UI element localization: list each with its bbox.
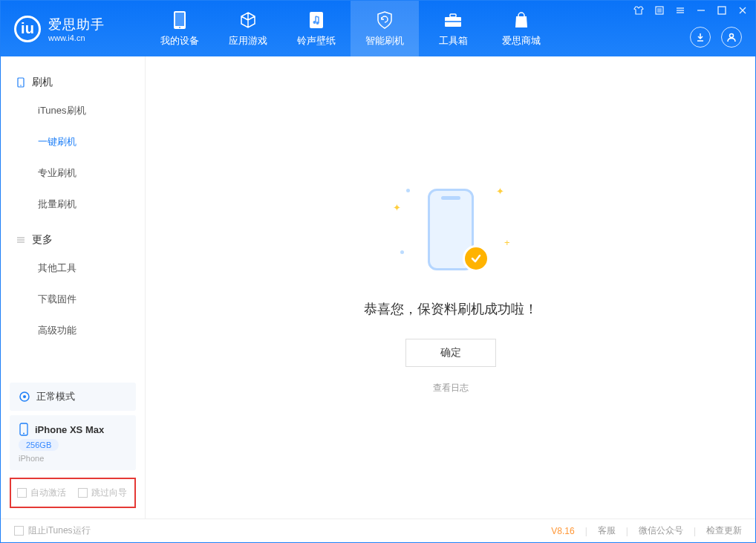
checkbox-icon	[78, 488, 88, 498]
sidebar: 刷机 iTunes刷机 一键刷机 专业刷机 批量刷机 更多 其他工具 下载固件 …	[1, 56, 146, 518]
app-name: 爱思助手	[48, 16, 105, 33]
menu-icon[interactable]	[674, 4, 687, 17]
separator: |	[626, 526, 628, 536]
download-icon[interactable]	[690, 27, 711, 48]
auto-activate-label: 自动激活	[30, 487, 66, 499]
sidebar-item-advanced[interactable]: 高级功能	[1, 315, 145, 346]
mode-box[interactable]: 正常模式	[10, 383, 136, 411]
app-header: iu 爱思助手 www.i4.cn 我的设备 应用游戏 铃声壁纸 智能刷机 工具…	[1, 1, 755, 56]
support-link[interactable]: 客服	[598, 524, 616, 537]
sidebar-group-flash: 刷机	[1, 70, 145, 95]
nav-ringtone-wallpaper[interactable]: 铃声壁纸	[282, 1, 351, 56]
sidebar-item-download-firmware[interactable]: 下载固件	[1, 284, 145, 315]
window-controls	[632, 4, 749, 17]
svg-rect-8	[445, 21, 461, 22]
sidebar-item-itunes-flash[interactable]: iTunes刷机	[1, 95, 145, 126]
check-badge-icon	[463, 245, 489, 272]
more-icon	[16, 235, 26, 245]
mode-label: 正常模式	[36, 390, 75, 403]
device-name: iPhone XS Max	[35, 424, 104, 435]
checkbox-icon	[17, 488, 27, 498]
sidebar-group-more: 更多	[1, 227, 145, 253]
nav-toolbox[interactable]: 工具箱	[419, 1, 487, 56]
sidebar-item-other-tools[interactable]: 其他工具	[1, 253, 145, 284]
header-action-icons	[690, 27, 742, 48]
bag-icon	[512, 10, 531, 30]
view-log-link[interactable]: 查看日志	[433, 382, 469, 394]
nav-smart-flash[interactable]: 智能刷机	[351, 1, 419, 56]
svg-rect-1	[175, 13, 184, 26]
cube-icon	[238, 10, 258, 30]
svg-point-28	[23, 395, 26, 398]
wechat-link[interactable]: 微信公众号	[639, 524, 683, 537]
list-icon[interactable]	[653, 4, 666, 17]
device-phone-icon	[19, 423, 29, 436]
minimize-button[interactable]	[694, 4, 708, 17]
svg-point-4	[313, 21, 316, 24]
sparkle-icon: +	[504, 237, 510, 248]
svg-point-23	[20, 85, 22, 86]
app-url: www.i4.cn	[48, 33, 105, 42]
mode-icon	[19, 391, 30, 403]
svg-point-30	[23, 433, 25, 435]
success-illustration: ✦ ✦ +	[384, 181, 518, 278]
svg-point-21	[730, 34, 734, 38]
version-label: V8.16	[551, 526, 574, 536]
main-content: ✦ ✦ + 恭喜您，保资料刷机成功啦！ 确定 查看日志	[146, 56, 755, 518]
shield-refresh-icon	[375, 10, 394, 30]
check-update-link[interactable]: 检查更新	[706, 524, 742, 537]
ok-button[interactable]: 确定	[405, 339, 496, 367]
sidebar-item-pro-flash[interactable]: 专业刷机	[1, 157, 145, 189]
skip-guide-checkbox[interactable]: 跳过向导	[78, 487, 127, 499]
sidebar-item-batch-flash[interactable]: 批量刷机	[1, 189, 145, 220]
checkbox-icon	[14, 526, 24, 536]
svg-rect-17	[718, 7, 726, 14]
sidebar-group-title: 刷机	[32, 76, 53, 89]
dot-icon	[406, 189, 410, 192]
nav-label: 工具箱	[439, 34, 468, 48]
nav-label: 应用游戏	[229, 34, 267, 48]
sparkle-icon: ✦	[393, 202, 401, 213]
toolbox-icon	[443, 10, 463, 30]
svg-rect-7	[450, 14, 456, 17]
skip-guide-label: 跳过向导	[91, 487, 127, 499]
separator: |	[694, 526, 696, 536]
close-button[interactable]	[736, 4, 749, 17]
maximize-button[interactable]	[715, 4, 729, 17]
separator: |	[585, 526, 587, 536]
svg-point-5	[316, 22, 319, 25]
device-type: iPhone	[19, 454, 44, 463]
device-icon	[16, 77, 26, 88]
status-bar: 阻止iTunes运行 V8.16 | 客服 | 微信公众号 | 检查更新	[1, 518, 755, 542]
success-message: 恭喜您，保资料刷机成功啦！	[364, 300, 538, 318]
nav-label: 智能刷机	[365, 34, 404, 48]
dot-icon	[400, 250, 404, 254]
user-icon[interactable]	[721, 27, 742, 48]
skin-icon[interactable]	[632, 4, 645, 17]
sparkle-icon: ✦	[496, 186, 504, 197]
nav-label: 爱思商城	[502, 34, 541, 48]
block-itunes-label: 阻止iTunes运行	[28, 524, 91, 537]
device-box[interactable]: iPhone XS Max 256GB iPhone	[10, 415, 136, 470]
nav-store[interactable]: 爱思商城	[487, 1, 555, 56]
options-row: 自动激活 跳过向导	[10, 478, 136, 508]
device-capacity: 256GB	[19, 439, 59, 451]
music-file-icon	[307, 10, 326, 30]
auto-activate-checkbox[interactable]: 自动激活	[17, 487, 66, 499]
nav-my-device[interactable]: 我的设备	[146, 1, 214, 56]
main-nav: 我的设备 应用游戏 铃声壁纸 智能刷机 工具箱 爱思商城	[146, 1, 555, 56]
nav-label: 铃声壁纸	[297, 34, 336, 48]
logo-icon: iu	[14, 16, 41, 42]
nav-label: 我的设备	[160, 34, 199, 48]
sidebar-item-oneclick-flash[interactable]: 一键刷机	[1, 126, 145, 157]
sidebar-group-title: 更多	[32, 233, 53, 247]
svg-rect-3	[310, 12, 323, 28]
block-itunes-checkbox[interactable]: 阻止iTunes运行	[14, 524, 91, 537]
app-logo: iu 爱思助手 www.i4.cn	[1, 16, 146, 42]
svg-point-2	[179, 27, 180, 28]
nav-apps-games[interactable]: 应用游戏	[214, 1, 282, 56]
phone-icon	[170, 10, 189, 30]
